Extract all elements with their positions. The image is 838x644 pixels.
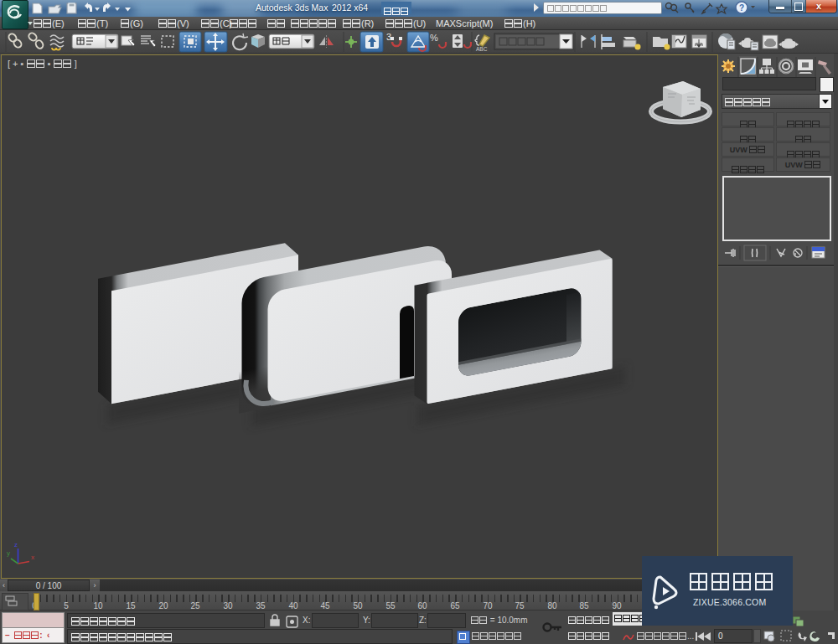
svg-text:30: 30 bbox=[223, 601, 233, 611]
svg-text:5: 5 bbox=[64, 601, 69, 611]
svg-text:%: % bbox=[430, 33, 438, 43]
svg-text:25: 25 bbox=[190, 601, 200, 611]
svg-text:z: z bbox=[14, 541, 18, 549]
svg-text:y: y bbox=[7, 549, 10, 557]
svg-text:ABC: ABC bbox=[476, 46, 488, 52]
svg-text:35: 35 bbox=[256, 601, 266, 611]
svg-text:60: 60 bbox=[417, 601, 427, 611]
svg-text:15: 15 bbox=[126, 601, 136, 611]
svg-text:75: 75 bbox=[515, 601, 525, 611]
svg-text:40: 40 bbox=[288, 601, 298, 611]
svg-text:80: 80 bbox=[547, 601, 557, 611]
svg-text:?: ? bbox=[739, 3, 744, 13]
svg-text:85: 85 bbox=[579, 601, 589, 611]
svg-text:90: 90 bbox=[612, 601, 622, 611]
svg-text:65: 65 bbox=[450, 601, 460, 611]
svg-text:x: x bbox=[31, 554, 34, 561]
svg-text:70: 70 bbox=[483, 601, 493, 611]
svg-text:20: 20 bbox=[158, 601, 168, 611]
svg-text:50: 50 bbox=[353, 601, 363, 611]
svg-text:45: 45 bbox=[320, 601, 330, 611]
svg-text:10: 10 bbox=[93, 601, 103, 611]
svg-text:55: 55 bbox=[385, 601, 396, 611]
